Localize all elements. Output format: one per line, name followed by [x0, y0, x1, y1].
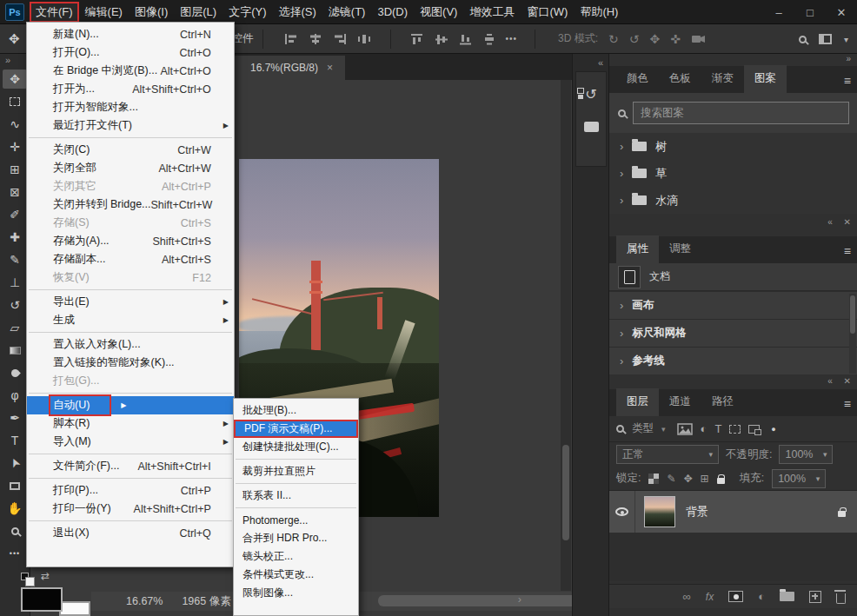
align-left-icon[interactable]	[284, 33, 298, 45]
brush-tool[interactable]: ✎	[3, 250, 27, 269]
chevron-right-icon[interactable]: ›	[620, 167, 623, 180]
roll-3d-icon[interactable]: ↺	[629, 32, 640, 46]
lock-transparency-icon[interactable]	[648, 474, 659, 484]
panel-close-icon[interactable]: ✕	[844, 376, 851, 386]
marquee-tool[interactable]	[3, 92, 27, 111]
chevron-down-icon[interactable]: ▾	[661, 425, 666, 434]
layer-style-icon[interactable]: fx	[706, 591, 714, 603]
align-top-icon[interactable]	[410, 33, 424, 45]
dock-collapse-icon[interactable]: «	[598, 57, 603, 68]
file-menu-item[interactable]: 导出(E) ▶	[27, 293, 234, 311]
scroll-arrow-icon[interactable]: ›	[518, 593, 522, 606]
pan-3d-icon[interactable]: ✥	[650, 32, 661, 46]
crop-tool[interactable]: ⊞	[3, 160, 27, 179]
filter-shape-icon[interactable]	[729, 425, 741, 434]
panel-menu-icon[interactable]: ≡	[844, 74, 851, 88]
pattern-folder-row[interactable]: › 树	[609, 133, 857, 160]
layer-thumbnail[interactable]	[644, 496, 675, 527]
comments-panel-icon[interactable]	[584, 122, 599, 132]
panel-menu-icon[interactable]: ≡	[844, 244, 851, 258]
chevron-right-icon[interactable]: ›	[620, 327, 623, 340]
type-tool[interactable]: T	[3, 431, 27, 450]
file-menu-item[interactable]: ▶	[29, 520, 232, 521]
file-menu-item[interactable]: 自动(U) ▶	[27, 396, 234, 414]
file-menu-item[interactable]: 置入链接的智能对象(K)... ▶	[27, 354, 234, 372]
opacity-select[interactable]: 100% ▾	[779, 445, 833, 464]
file-menu-item[interactable]: 打开为智能对象... ▶	[27, 98, 234, 116]
close-button[interactable]: ✕	[826, 0, 857, 24]
automate-submenu-item[interactable]: 批处理(B)...	[234, 401, 358, 420]
healing-brush-tool[interactable]: ✚	[3, 228, 27, 247]
automate-submenu-item[interactable]: 联系表 II...	[234, 487, 358, 505]
tab-close-icon[interactable]: ×	[327, 62, 333, 74]
delete-layer-icon[interactable]	[836, 590, 846, 604]
file-menu-item[interactable]: 在 Bridge 中浏览(B)... Alt+Ctrl+O ▶	[27, 62, 234, 80]
add-mask-icon[interactable]	[728, 591, 743, 602]
orbit-3d-icon[interactable]: ↻	[608, 32, 619, 46]
panel-menu-icon[interactable]: ≡	[844, 397, 851, 411]
file-menu-item[interactable]: 恢复(V) F12 ▶	[27, 268, 234, 287]
menu-image[interactable]: 图像(I)	[129, 2, 174, 23]
minimize-button[interactable]: –	[763, 0, 794, 24]
chevron-right-icon[interactable]: ›	[620, 194, 623, 207]
pen-tool[interactable]: ✒	[3, 408, 27, 427]
chevron-right-icon[interactable]: ›	[620, 140, 623, 153]
eyedropper-tool[interactable]: ✐	[3, 205, 27, 224]
filter-type-text-icon[interactable]: T	[714, 422, 721, 435]
lasso-tool[interactable]: ∿	[3, 115, 27, 134]
foreground-color-swatch[interactable]	[21, 587, 63, 612]
file-menu-item[interactable]: ▶	[29, 393, 232, 394]
workspace-icon[interactable]	[819, 34, 832, 44]
history-panel-icon[interactable]: ↺	[585, 86, 596, 103]
search-icon[interactable]	[799, 36, 807, 43]
panel-tab[interactable]: 色板	[659, 65, 701, 93]
automate-submenu-item[interactable]: 合并到 HDR Pro...	[234, 529, 358, 547]
file-menu-item[interactable]: 打开(O)... Ctrl+O ▶	[27, 43, 234, 62]
properties-section[interactable]: › 标尺和网格	[609, 319, 857, 347]
file-menu-item[interactable]: 新建(N)... Ctrl+N ▶	[27, 25, 234, 43]
menu-filter[interactable]: 滤镜(T)	[322, 2, 372, 23]
automate-submenu-item[interactable]	[236, 483, 356, 484]
history-brush-tool[interactable]: ↺	[3, 295, 27, 315]
shape-tool[interactable]	[3, 476, 27, 495]
eraser-tool[interactable]: ▱	[3, 318, 27, 337]
maximize-button[interactable]: □	[794, 0, 826, 24]
new-group-icon[interactable]	[780, 592, 794, 601]
distribute-vertical-icon[interactable]	[483, 33, 497, 45]
blend-mode-select[interactable]: 正常 ▾	[616, 445, 719, 464]
blur-tool[interactable]	[3, 363, 27, 382]
automate-submenu-item[interactable]: 镜头校正...	[234, 547, 358, 566]
filter-adjustment-icon[interactable]: ◐	[701, 422, 708, 435]
file-menu-item[interactable]: 导入(M) ▶	[27, 433, 234, 451]
file-menu-item[interactable]: 打印(P)... Ctrl+P ▶	[27, 481, 234, 500]
panel-tab[interactable]: 调整	[659, 235, 701, 263]
gradient-tool[interactable]	[3, 341, 27, 360]
distribute-horizontal-icon[interactable]	[357, 33, 371, 45]
file-menu-item[interactable]: 置入嵌入对象(L)... ▶	[27, 335, 234, 354]
pattern-folder-row[interactable]: › 水滴	[609, 187, 857, 214]
file-menu-item[interactable]: 打开为... Alt+Shift+Ctrl+O ▶	[27, 80, 234, 98]
horizontal-scrollbar[interactable]	[378, 595, 578, 606]
filter-smart-object-icon[interactable]	[748, 425, 760, 434]
file-menu-item[interactable]: 关闭并转到 Bridge... Shift+Ctrl+W ▶	[27, 195, 234, 214]
automate-submenu-item[interactable]: Photomerge...	[234, 511, 358, 529]
file-menu-item[interactable]: ▶	[29, 332, 232, 333]
clone-stamp-tool[interactable]: ⊥	[3, 273, 27, 292]
panel-close-icon[interactable]: ✕	[844, 217, 851, 227]
menu-select[interactable]: 选择(S)	[272, 2, 322, 23]
pattern-search-input[interactable]	[633, 102, 849, 124]
panel-tab[interactable]: 渐变	[701, 65, 744, 93]
panel-tab[interactable]: 图案	[744, 65, 787, 93]
properties-section[interactable]: › 画布	[609, 291, 857, 319]
file-menu-item[interactable]: 生成 ▶	[27, 311, 234, 329]
lock-artboard-icon[interactable]: ⊞	[701, 473, 709, 485]
menu-plugins[interactable]: 增效工具	[463, 2, 521, 23]
menu-type[interactable]: 文字(Y)	[223, 2, 272, 23]
vertical-scrollbar[interactable]	[561, 80, 571, 591]
dock-expand-icon[interactable]: »	[846, 54, 851, 63]
frame-tool[interactable]: ⊠	[3, 182, 27, 202]
panel-scrollbar[interactable]	[849, 294, 856, 374]
menu-edit[interactable]: 编辑(E)	[79, 2, 129, 23]
chevron-down-icon[interactable]: ▾	[844, 35, 848, 44]
filter-pixel-icon[interactable]	[677, 423, 693, 435]
